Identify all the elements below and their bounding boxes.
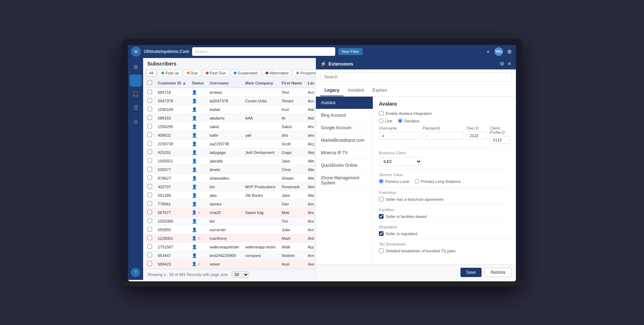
- table-row[interactable]: 653447 👤 test246220869 company Ibrahim A…: [145, 251, 314, 260]
- cell-checkbox[interactable]: [145, 131, 155, 140]
- business-class-select[interactable]: ILEC CLEC: [379, 157, 422, 166]
- col-first-name[interactable]: First Name: [279, 78, 305, 88]
- filter-tab-prospects[interactable]: Prospects: [293, 69, 316, 77]
- cell-checkbox[interactable]: [145, 217, 155, 225]
- cell-checkbox[interactable]: [145, 234, 155, 243]
- nav-item-quickbooks-online[interactable]: QuickBooks Online: [316, 159, 373, 172]
- mode-live-option[interactable]: Live: [379, 118, 392, 123]
- table-row[interactable]: 1565551 👤 jakealfy Jake Alfried: [145, 157, 314, 165]
- table-row[interactable]: 588163 👤 aladams AAA Al Adams: [145, 114, 314, 122]
- sidebar-item-location[interactable]: ◎: [130, 115, 142, 127]
- cell-checkbox[interactable]: [145, 208, 155, 217]
- table-row[interactable]: 1751587 👤 walkmeapptester walkmeapp test…: [145, 243, 314, 251]
- nav-item-zhone-management[interactable]: Zhone Management System: [316, 172, 373, 189]
- table-row[interactable]: 1558295 👤 sakid Sakid Ahmad: [145, 122, 314, 131]
- enable-avalara-checkbox[interactable]: [379, 111, 384, 116]
- sidebar-item-support[interactable]: 🎧: [130, 88, 142, 100]
- table-row[interactable]: 589423 👤⚠ xelxel Axel Axel: [145, 260, 314, 268]
- col-main-company[interactable]: Main Company: [242, 78, 279, 88]
- tab-legacy[interactable]: Legacy: [320, 85, 343, 96]
- col-status[interactable]: Status: [189, 78, 207, 88]
- tax-breakdown-checkbox[interactable]: [379, 248, 384, 253]
- table-row[interactable]: 685718 👤 testeac Test Account: [145, 88, 314, 97]
- cell-checkbox[interactable]: [145, 200, 155, 208]
- table-row[interactable]: 1226001 👤⚠ manthony Mark Anthony: [145, 234, 314, 243]
- nav-item-marketbroadband[interactable]: MarketBroadband.com: [316, 134, 373, 147]
- client-profile-input[interactable]: [490, 136, 510, 144]
- table-row[interactable]: 1590109 👤 kadair Kurt Adair: [145, 105, 314, 114]
- table-row[interactable]: 425291 👤 ladygaga Jedi Devlopment Gaga A…: [145, 148, 314, 157]
- table-row[interactable]: 555850 👤 surcenter Julia Anna A: [145, 225, 314, 234]
- cell-checkbox[interactable]: [145, 122, 155, 131]
- table-row[interactable]: 402707 👤 leo MVP Productions Ronemark Al…: [145, 183, 314, 191]
- table-row[interactable]: 408632 👤 kathr yah ahs ahn: [145, 131, 314, 140]
- subscribers-table-container[interactable]: Customer ID ▲ Status Username Main Compa…: [145, 78, 314, 269]
- mode-sandbox-radio[interactable]: [398, 118, 402, 123]
- cell-checkbox[interactable]: [145, 225, 155, 234]
- cell-checkbox[interactable]: [145, 140, 155, 148]
- col-checkbox[interactable]: [145, 78, 155, 88]
- cell-checkbox[interactable]: [145, 148, 155, 157]
- sidebar-item-grid[interactable]: ⊞: [130, 61, 142, 73]
- nav-item-google-account[interactable]: Google Account: [316, 122, 373, 134]
- primary-long-distance-option[interactable]: Primary Long Distance: [415, 179, 460, 184]
- cell-checkbox[interactable]: [145, 88, 155, 97]
- table-row[interactable]: 778961 👤 dames Dan Ames: [145, 200, 314, 208]
- col-last-name[interactable]: Last Name: [305, 78, 314, 88]
- primary-local-option[interactable]: Primary Local: [379, 179, 409, 184]
- cell-checkbox[interactable]: [145, 97, 155, 105]
- save-button[interactable]: Save: [460, 268, 482, 277]
- tab-installed[interactable]: Installed: [343, 85, 368, 96]
- table-row[interactable]: 551389 👤 jake JW Books Jake Alter A: [145, 191, 314, 200]
- filter-tab-hibernated[interactable]: Hibernated: [262, 69, 292, 77]
- table-row[interactable]: 530377 👤 timeto Chris Allen: [145, 165, 314, 174]
- own-d-input[interactable]: [467, 132, 487, 140]
- grid-apps-icon[interactable]: ⊞: [506, 48, 513, 55]
- regulated-checkbox[interactable]: [379, 231, 384, 236]
- nav-item-avalara[interactable]: Avalara: [316, 97, 373, 109]
- table-row[interactable]: 2047378 👤 ta2047378 Condo Units Tenant A…: [145, 97, 314, 105]
- cell-checkbox[interactable]: [145, 191, 155, 200]
- table-row[interactable]: 1555390 👤 tim Tim Andrist: [145, 217, 314, 225]
- cell-checkbox[interactable]: [145, 114, 155, 122]
- franchise-checkbox[interactable]: [379, 197, 384, 202]
- filter-tab-past-due[interactable]: Past Due: [203, 69, 229, 77]
- mode-sandbox-option[interactable]: Sandbox: [398, 118, 419, 123]
- cell-checkbox[interactable]: [145, 165, 155, 174]
- col-username[interactable]: Username: [207, 78, 242, 88]
- global-search[interactable]: Search...: [192, 47, 335, 56]
- new-filter-button[interactable]: New Filter: [338, 48, 363, 55]
- user-avatar[interactable]: YH+: [494, 47, 503, 56]
- extensions-settings-button[interactable]: ⚙: [500, 61, 504, 67]
- nav-item-minerva-ip-tv[interactable]: Minerva IP TV: [316, 147, 373, 159]
- sidebar-item-list[interactable]: ☰: [130, 102, 142, 114]
- restore-button[interactable]: Restore: [484, 268, 512, 277]
- username-input[interactable]: [379, 132, 420, 140]
- primary-local-radio[interactable]: [379, 179, 384, 184]
- select-all-checkbox[interactable]: [147, 80, 152, 85]
- filter-tab-suspended[interactable]: Suspended: [230, 69, 261, 77]
- filter-tab-paid-up[interactable]: Paid up: [158, 69, 182, 77]
- extensions-search-input[interactable]: [320, 72, 512, 82]
- col-customer-id[interactable]: Customer ID ▲: [155, 78, 189, 88]
- filter-tab-all[interactable]: All: [146, 69, 157, 77]
- table-row[interactable]: 878627 👤 shawnallen Shawn Allen: [145, 174, 314, 183]
- filter-tab-due[interactable]: Due: [184, 69, 201, 77]
- extensions-close-button[interactable]: ✕: [507, 61, 512, 67]
- help-button[interactable]: ?: [131, 268, 140, 277]
- cell-checkbox[interactable]: [145, 183, 155, 191]
- mode-live-radio[interactable]: [379, 118, 384, 123]
- nav-item-bing-account[interactable]: Bing Account: [316, 109, 373, 122]
- facilities-checkbox[interactable]: [379, 214, 384, 219]
- cell-checkbox[interactable]: [145, 260, 155, 268]
- cell-checkbox[interactable]: [145, 157, 155, 165]
- sidebar-item-users[interactable]: 👤: [130, 74, 142, 87]
- add-icon[interactable]: +: [484, 48, 492, 55]
- cell-checkbox[interactable]: [145, 243, 155, 251]
- tab-explore[interactable]: Explore: [368, 85, 391, 96]
- page-size-select[interactable]: 50 100 200: [231, 271, 249, 278]
- password-input[interactable]: [423, 132, 463, 140]
- table-row[interactable]: 587677 👤⚠ rma25 Saisei Intg Matt Anderto…: [145, 208, 314, 217]
- cell-checkbox[interactable]: [145, 105, 155, 114]
- table-row[interactable]: 2159738 👤 sa2159738 Scott Airgnds: [145, 140, 314, 148]
